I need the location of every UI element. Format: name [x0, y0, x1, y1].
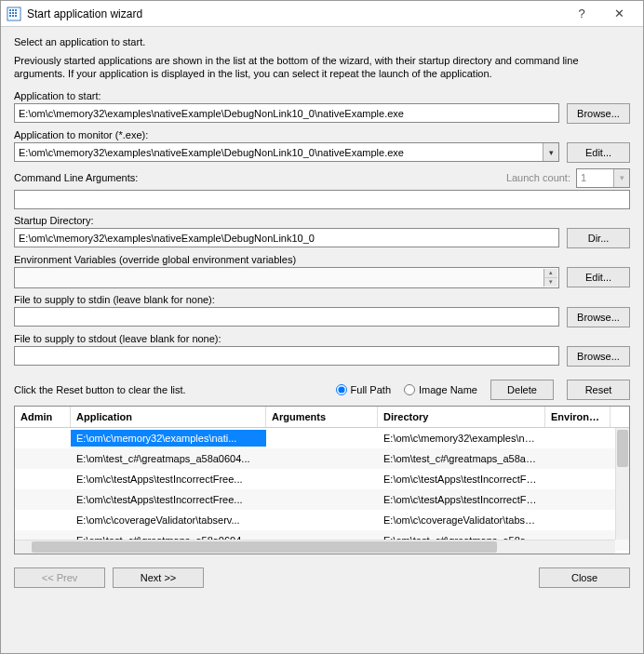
td-admin [15, 435, 71, 441]
th-admin[interactable]: Admin [15, 407, 71, 427]
stdin-input[interactable] [14, 307, 559, 327]
td-admin [15, 476, 71, 482]
svg-rect-1 [9, 9, 11, 11]
table-body: E:\om\c\memory32\examples\nati...E:\om\c… [15, 428, 629, 554]
td-dir: E:\om\c\memory32\examples\nati... [378, 430, 545, 447]
td-dir: E:\om\c\coverageValidator\tabserv... [378, 512, 545, 528]
svg-rect-7 [9, 15, 11, 17]
td-args [266, 517, 378, 523]
app-to-monitor-input[interactable] [14, 142, 559, 162]
dialog-window: Start application wizard ? ✕ Select an a… [0, 0, 644, 654]
env-spin-icon[interactable]: ▴▾ [543, 269, 557, 287]
td-args [266, 476, 378, 482]
cmd-args-label: Command Line Arguments: [14, 172, 138, 183]
td-app: E:\om\c\memory32\examples\nati... [71, 430, 266, 447]
td-admin [15, 497, 71, 502]
td-admin [15, 517, 71, 523]
td-app: E:\om\c\coverageValidator\tabserv... [71, 512, 266, 528]
delete-button[interactable]: Delete [490, 380, 554, 400]
td-dir: E:\om\c\testApps\testIncorrectFree... [378, 491, 545, 508]
td-app: E:\om\c\testApps\testIncorrectFree... [71, 491, 266, 508]
help-button[interactable]: ? [563, 1, 600, 27]
table-row[interactable]: E:\om\c\testApps\testIncorrectFree...E:\… [15, 469, 629, 489]
td-env [545, 435, 610, 441]
launch-count-chevron-icon[interactable]: ▾ [613, 169, 629, 187]
next-button[interactable]: Next >> [113, 567, 204, 588]
titlebar: Start application wizard ? ✕ [1, 1, 643, 27]
startup-dir-label: Startup Directory: [14, 215, 630, 226]
env-vars-label: Environment Variables (override global e… [14, 254, 630, 265]
window-title: Start application wizard [27, 7, 563, 20]
td-app: E:\om\c\testApps\testIncorrectFree... [71, 471, 266, 487]
table-row[interactable]: E:\om\test_c#\greatmaps_a58a0604...E:\om… [15, 448, 629, 469]
td-dir: E:\om\test_c#\greatmaps_a58a0604... [378, 450, 545, 467]
startup-dir-input[interactable] [14, 228, 559, 247]
launch-count-label: Launch count: [506, 172, 570, 183]
dir-button[interactable]: Dir... [567, 228, 630, 248]
scrollbar-vertical[interactable] [615, 428, 629, 540]
radio-imagename[interactable]: Image Name [404, 384, 477, 395]
scroll-thumb-v[interactable] [617, 430, 628, 467]
prev-button[interactable]: << Prev [14, 567, 105, 588]
td-dir: E:\om\c\testApps\testIncorrectFree... [378, 471, 545, 487]
app-to-start-label: Application to start: [14, 90, 630, 101]
svg-rect-2 [12, 9, 14, 11]
td-env [545, 456, 610, 461]
intro-text-2: Previously started applications are show… [14, 55, 630, 81]
stdout-label: File to supply to stdout (leave blank fo… [14, 333, 630, 344]
env-vars-box[interactable]: ▴▾ [14, 267, 559, 288]
table-row[interactable]: E:\om\c\memory32\examples\nati...E:\om\c… [15, 428, 629, 448]
apps-table: Admin Application Arguments Directory En… [14, 406, 630, 554]
svg-rect-3 [15, 9, 17, 11]
td-args [266, 456, 378, 461]
svg-rect-6 [15, 12, 17, 14]
stdin-label: File to supply to stdin (leave blank for… [14, 294, 630, 305]
browse-stdout-button[interactable]: Browse... [567, 346, 630, 367]
th-arguments[interactable]: Arguments [266, 407, 378, 427]
scroll-thumb-h[interactable] [32, 541, 497, 553]
app-to-start-input[interactable] [14, 103, 559, 123]
svg-rect-9 [15, 15, 17, 17]
app-to-monitor-label: Application to monitor (*.exe): [14, 129, 630, 140]
radio-imagename-input[interactable] [404, 384, 415, 395]
stdout-input[interactable] [14, 346, 559, 366]
intro-text-1: Select an application to start. [14, 36, 630, 47]
close-icon[interactable]: ✕ [600, 1, 637, 27]
th-directory[interactable]: Directory [378, 407, 545, 427]
wizard-footer: << Prev Next >> Close [14, 564, 630, 588]
td-env [545, 497, 610, 502]
th-application[interactable]: Application [71, 407, 266, 427]
table-row[interactable]: E:\om\c\coverageValidator\tabserv...E:\o… [15, 510, 629, 530]
app-icon [7, 7, 21, 21]
td-env [545, 476, 610, 482]
browse-stdin-button[interactable]: Browse... [567, 307, 630, 327]
radio-fullpath-label: Full Path [351, 384, 391, 395]
scrollbar-horizontal[interactable] [15, 540, 615, 554]
td-app: E:\om\test_c#\greatmaps_a58a0604... [71, 450, 266, 467]
svg-rect-4 [9, 12, 11, 14]
td-args [266, 435, 378, 441]
td-admin [15, 456, 71, 461]
edit-monitor-button[interactable]: Edit... [567, 142, 630, 163]
browse-app-button[interactable]: Browse... [567, 103, 630, 124]
reset-hint: Click the Reset button to clear the list… [14, 384, 323, 395]
svg-rect-5 [12, 12, 14, 14]
th-environment[interactable]: Environmer [545, 407, 610, 427]
td-args [266, 497, 378, 502]
cmd-args-input[interactable] [14, 190, 630, 209]
radio-fullpath-input[interactable] [336, 384, 347, 395]
svg-rect-8 [12, 15, 14, 17]
radio-fullpath[interactable]: Full Path [336, 384, 391, 395]
close-button[interactable]: Close [539, 567, 630, 588]
table-row[interactable]: E:\om\c\testApps\testIncorrectFree...E:\… [15, 489, 629, 510]
chevron-down-icon[interactable]: ▾ [543, 143, 558, 161]
edit-env-button[interactable]: Edit... [567, 267, 630, 287]
content-area: Select an application to start. Previous… [1, 27, 643, 653]
td-env [545, 517, 610, 523]
radio-imagename-label: Image Name [419, 384, 477, 395]
table-header: Admin Application Arguments Directory En… [15, 407, 629, 428]
reset-button[interactable]: Reset [567, 380, 630, 400]
